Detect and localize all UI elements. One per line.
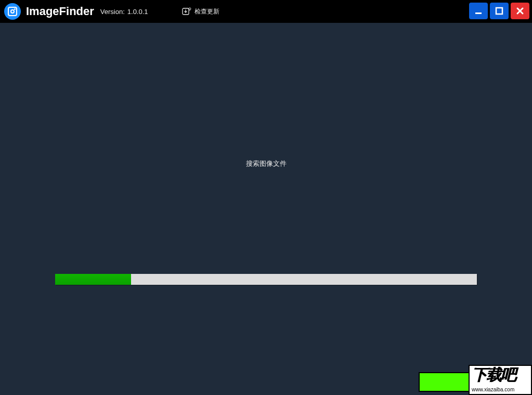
app-title: ImageFinder bbox=[26, 5, 94, 18]
check-update-button[interactable]: 检查更新 bbox=[182, 7, 219, 16]
app-logo-icon bbox=[4, 3, 21, 20]
status-text: 搜索图像文件 bbox=[0, 159, 532, 168]
progress-bar bbox=[55, 274, 477, 285]
version-value: 1.0.0.1 bbox=[127, 8, 148, 16]
close-button[interactable] bbox=[511, 3, 529, 19]
progress-fill bbox=[55, 274, 131, 285]
titlebar: ImageFinder Version: 1.0.0.1 检查更新 bbox=[0, 0, 532, 23]
update-icon bbox=[182, 7, 191, 16]
minimize-icon bbox=[474, 7, 483, 15]
watermark-text-block: 下载吧 www.xiazaiba.com bbox=[469, 365, 532, 395]
content-area: 搜索图像文件 下载吧 www.xiazaiba.com bbox=[0, 23, 532, 395]
svg-rect-2 bbox=[475, 12, 482, 14]
watermark-badge bbox=[419, 372, 469, 392]
maximize-button[interactable] bbox=[490, 3, 509, 19]
svg-point-1 bbox=[189, 8, 191, 10]
close-icon bbox=[516, 7, 524, 15]
check-update-label: 检查更新 bbox=[194, 7, 219, 16]
minimize-button[interactable] bbox=[469, 3, 488, 19]
watermark: 下载吧 www.xiazaiba.com bbox=[419, 365, 532, 392]
watermark-url: www.xiazaiba.com bbox=[472, 387, 529, 393]
svg-rect-3 bbox=[496, 8, 502, 14]
maximize-icon bbox=[495, 7, 503, 15]
version-label: Version: bbox=[100, 8, 125, 16]
window-controls bbox=[469, 3, 529, 19]
watermark-title: 下载吧 bbox=[472, 366, 529, 383]
